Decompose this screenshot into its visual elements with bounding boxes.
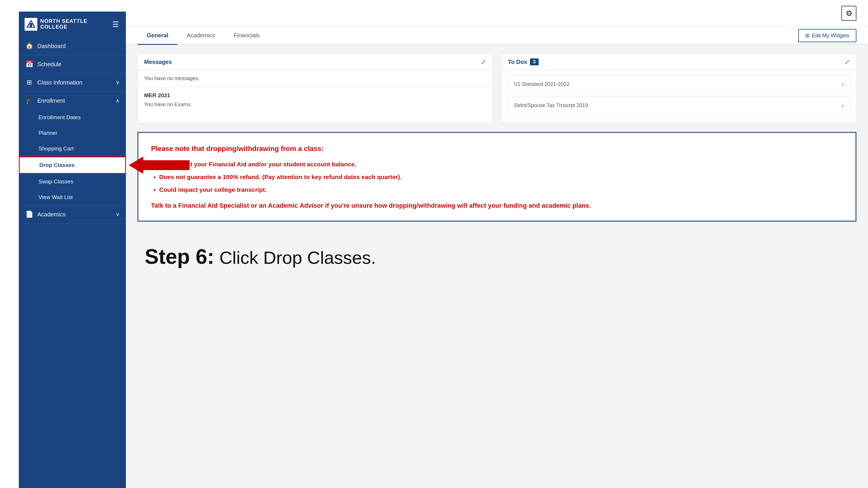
sidebar-item-label: Schedule [37, 61, 61, 68]
document-icon: 📄 [25, 210, 33, 218]
exams-section: MER 2021 You have no Exams. [138, 87, 492, 113]
sidebar-header: North Seattle College ☰ [19, 11, 126, 37]
messages-panel-title: Messages [144, 59, 172, 65]
logo-area: North Seattle College [25, 18, 111, 31]
notice-list: May impact your Financial Aid and/or you… [151, 159, 843, 194]
expand-messages-icon[interactable]: ⤢ [481, 59, 486, 65]
submenu-item-enrollment-dates: Enrollment Dates [19, 110, 126, 125]
nav-item-enrollment: 🎓 Enrollment ∧ Enrollment Dates Planner [19, 92, 126, 205]
notice-title: Please note that dropping/withdrawing fr… [151, 143, 843, 154]
messages-empty-text: You have no messages. [144, 75, 199, 81]
arrow-annotation [129, 157, 190, 174]
notice-box: Please note that dropping/withdrawing fr… [137, 132, 857, 222]
arrow-body [143, 160, 190, 170]
submenu-item-view-wait-list: View Wait List [19, 190, 126, 205]
drop-classes-button[interactable]: Drop Classes [19, 157, 126, 174]
nav-item-class-information: ⊞ Class Information ∨ [19, 73, 126, 92]
todos-panel-body: V1 Standard 2021-2022 › Stdnt/Spouse Tax… [502, 70, 856, 123]
step-number: Step 6: [145, 245, 214, 268]
nav-item-schedule: 📅 Schedule [19, 55, 126, 73]
sidebar-item-label: Enrollment [37, 97, 65, 104]
messages-panel: Messages ⤢ You have no messages. MER 202… [137, 54, 493, 123]
tab-general[interactable]: General [137, 27, 178, 45]
step-text: Click Drop Classes. [219, 247, 376, 268]
hamburger-button[interactable]: ☰ [111, 19, 120, 30]
sidebar-item-label: Academics [37, 211, 66, 218]
notice-bullet-1: May impact your Financial Aid and/or you… [159, 159, 843, 169]
settings-icon: ⚙ [846, 9, 852, 18]
chevron-up-icon: ∧ [116, 97, 120, 104]
chevron-down-icon-academics: ∨ [116, 211, 120, 218]
enrollment-submenu: Enrollment Dates Planner Shopping Cart [19, 110, 126, 205]
edit-widgets-label: Edit My Widgets [812, 33, 849, 39]
sidebar: North Seattle College ☰ 🏠 Dashboard 📅 Sc… [19, 11, 126, 488]
panels-area: Messages ⤢ You have no messages. MER 202… [126, 45, 868, 132]
sidebar-item-enrollment[interactable]: 🎓 Enrollment ∧ [19, 92, 126, 110]
sidebar-item-dashboard[interactable]: 🏠 Dashboard [19, 37, 126, 55]
logo-text: North Seattle College [40, 19, 111, 30]
main-content: ⚙ General Academics Financials ⊞ Edit My… [126, 0, 868, 488]
view-wait-list-button[interactable]: View Wait List [19, 190, 126, 205]
edit-widgets-icon: ⊞ [805, 32, 809, 39]
sidebar-item-academics[interactable]: 📄 Academics ∨ [19, 205, 126, 223]
edit-widgets-button[interactable]: ⊞ Edit My Widgets [798, 29, 857, 42]
grid-icon: ⊞ [25, 79, 33, 86]
notice-footer: Talk to a Financial Aid Specialist or an… [151, 201, 843, 210]
messages-panel-body: You have no messages. [138, 70, 492, 87]
todos-panel: To Dos 3 ⤢ V1 Standard 2021-2022 › Stdnt… [501, 54, 857, 123]
sidebar-item-label: Dashboard [37, 43, 66, 50]
calendar-icon: 📅 [25, 61, 33, 68]
exams-empty-text: You have no Exams. [144, 101, 486, 108]
home-icon: 🏠 [25, 42, 33, 50]
nav-item-dashboard: 🏠 Dashboard [19, 37, 126, 55]
submenu-item-drop-classes: Drop Classes [19, 157, 126, 174]
step-instruction: Step 6: Click Drop Classes. [126, 230, 868, 283]
shopping-cart-button[interactable]: Shopping Cart [19, 141, 126, 157]
sidebar-nav: 🏠 Dashboard 📅 Schedule ⊞ Class Informati… [19, 37, 126, 224]
messages-panel-header: Messages ⤢ [138, 54, 492, 70]
todo-item-1[interactable]: V1 Standard 2021-2022 › [508, 75, 850, 93]
todos-badge: 3 [530, 59, 538, 65]
notice-bullet-2: Does not guarantee a 100% refund. (Pay a… [159, 172, 843, 182]
todo-chevron-icon-1: › [842, 81, 844, 88]
semester-label: MER 2021 [144, 92, 486, 99]
expand-todos-icon[interactable]: ⤢ [845, 59, 850, 65]
notice-bullet-3: Could impact your college transcript. [159, 185, 843, 195]
nav-item-academics: 📄 Academics ∨ [19, 205, 126, 224]
tab-financials[interactable]: Financials [224, 27, 269, 45]
sidebar-item-schedule[interactable]: 📅 Schedule [19, 55, 126, 73]
page-wrapper: North Seattle College ☰ 🏠 Dashboard 📅 Sc… [0, 0, 868, 488]
arrow-head [129, 157, 143, 174]
settings-button[interactable]: ⚙ [841, 6, 857, 21]
submenu-item-swap-classes: Swap Classes [19, 174, 126, 190]
swap-classes-button[interactable]: Swap Classes [19, 174, 126, 190]
top-bar: ⚙ [126, 0, 868, 27]
submenu-item-shopping-cart: Shopping Cart [19, 141, 126, 157]
enrollment-dates-button[interactable]: Enrollment Dates [19, 110, 126, 125]
planner-button[interactable]: Planner [19, 125, 126, 141]
todo-item-2[interactable]: Stdnt/Spouse Tax Trnscrpt 2019 › [508, 97, 850, 114]
chevron-down-icon: ∨ [116, 79, 120, 86]
todos-panel-header: To Dos 3 ⤢ [502, 54, 856, 70]
tabs-list: General Academics Financials [137, 27, 269, 44]
sidebar-item-label: Class Information [37, 79, 83, 86]
logo-icon [25, 18, 37, 31]
tabs-bar: General Academics Financials ⊞ Edit My W… [126, 27, 868, 45]
svg-rect-2 [30, 23, 32, 27]
tab-academics[interactable]: Academics [178, 27, 224, 45]
sidebar-item-class-information[interactable]: ⊞ Class Information ∨ [19, 73, 126, 91]
todos-panel-title: To Dos 3 [508, 59, 539, 65]
graduation-icon: 🎓 [25, 97, 33, 104]
submenu-item-planner: Planner [19, 125, 126, 141]
todo-chevron-icon-2: › [842, 102, 844, 109]
